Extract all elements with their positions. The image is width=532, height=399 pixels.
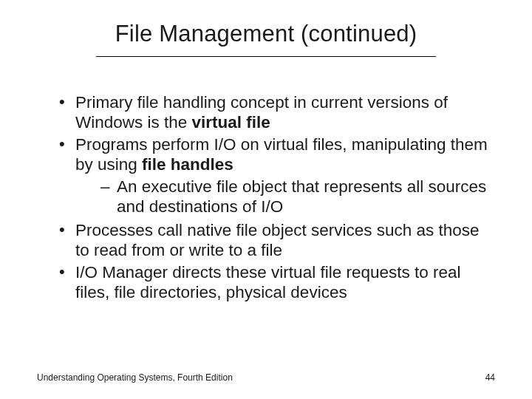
page-number: 44 xyxy=(485,372,495,383)
bullet-item: Processes call native file object servic… xyxy=(59,220,495,261)
sub-bullet-text: An executive file object that represents… xyxy=(117,177,486,216)
bullet-text: Processes call native file object servic… xyxy=(75,221,480,259)
slide: File Management (continued) Primary file… xyxy=(0,0,532,399)
footer: Understanding Operating Systems, Fourth … xyxy=(37,372,495,383)
footer-source: Understanding Operating Systems, Fourth … xyxy=(37,372,233,383)
bullet-item: Primary file handling concept in current… xyxy=(59,92,495,133)
title-underline xyxy=(96,56,436,57)
slide-body: Primary file handling concept in current… xyxy=(37,92,495,302)
sub-bullet-list: An executive file object that represents… xyxy=(75,177,495,217)
bullet-list: Primary file handling concept in current… xyxy=(37,92,495,302)
bullet-text: I/O Manager directs these virtual file r… xyxy=(75,263,461,301)
slide-title: File Management (continued) xyxy=(37,21,495,47)
sub-bullet-item: An executive file object that represents… xyxy=(100,177,495,217)
bullet-text: Programs perform I/O on virtual files, m… xyxy=(75,135,488,174)
bullet-item: I/O Manager directs these virtual file r… xyxy=(59,262,495,303)
bullet-bold: file handles xyxy=(142,155,233,174)
bullet-item: Programs perform I/O on virtual files, m… xyxy=(59,134,495,217)
bullet-bold: virtual file xyxy=(192,113,270,132)
